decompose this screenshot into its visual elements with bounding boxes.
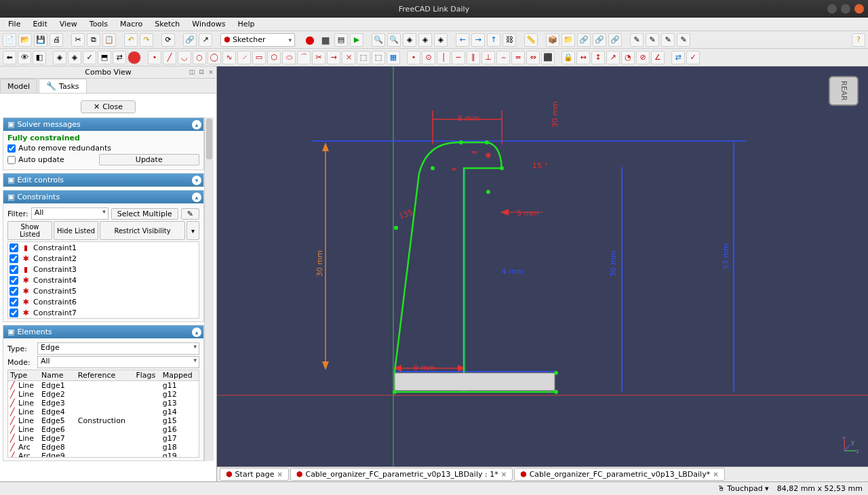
constraint-item[interactable]: ▮Constraint3	[8, 264, 199, 275]
link-make-icon[interactable]: 🔗	[577, 33, 591, 47]
toggle-driving-icon[interactable]: ⇄	[671, 51, 685, 64]
sketch-new-icon[interactable]: ✎	[630, 33, 644, 47]
sketch-reorient-icon[interactable]: ✎	[677, 33, 690, 47]
table-row[interactable]: ╱ArcEdge9g19	[8, 452, 199, 458]
redo-icon[interactable]: ↷	[140, 33, 153, 47]
refresh-icon[interactable]: ⟳	[161, 33, 175, 47]
new-icon[interactable]: 📄	[3, 33, 16, 47]
edit-controls-header[interactable]: ▣ Edit controls▾	[3, 174, 203, 186]
parallel-icon[interactable]: ∥	[467, 51, 480, 64]
lock-icon[interactable]: 🔒	[561, 51, 575, 64]
open-icon[interactable]: 📂	[18, 33, 32, 47]
auto-remove-checkbox[interactable]: Auto remove redundants	[7, 144, 199, 153]
elements-table[interactable]: Type Name Reference Flags Mapped ╱LineEd…	[8, 370, 199, 458]
constraint-item[interactable]: ✱Constraint7	[8, 307, 199, 318]
arrow-icon[interactable]: ↗	[199, 33, 212, 47]
sketch-map-icon[interactable]: ✎	[661, 33, 675, 47]
menu-macro[interactable]: Macro	[115, 18, 148, 30]
view-iso-icon[interactable]: ◈	[403, 33, 416, 47]
coincident-icon[interactable]: •	[407, 51, 420, 64]
panel-close-icon[interactable]: ×	[207, 68, 215, 77]
solver-header[interactable]: ▣ Solver messages▴	[3, 118, 203, 131]
filter-select[interactable]: All	[31, 207, 108, 220]
constraint-item[interactable]: ✱Constraint5	[8, 285, 199, 296]
tangent-icon[interactable]: ⌢	[496, 51, 510, 64]
close-icon[interactable]	[854, 4, 864, 14]
constraint-item[interactable]: ▮Constraint1	[8, 242, 199, 253]
mode-select[interactable]: All	[37, 356, 199, 368]
panel-float-icon[interactable]: ◫	[188, 68, 196, 77]
constraints-header[interactable]: ▣ Constraints▴	[3, 191, 203, 203]
tab-close-icon[interactable]: ×	[277, 471, 282, 478]
restrict-dropdown[interactable]: ▾	[186, 221, 199, 240]
restrict-visibility-button[interactable]: Restrict Visibility	[100, 221, 185, 240]
view-top-icon[interactable]: ◈	[434, 33, 448, 47]
polyline-icon[interactable]: ⟋	[237, 51, 251, 64]
whatsthis-icon[interactable]: ?	[852, 33, 865, 47]
minimize-icon[interactable]	[827, 4, 837, 14]
tab-model[interactable]: Model	[0, 79, 37, 93]
dist-h-icon[interactable]: ↔	[576, 51, 590, 64]
polygon-icon[interactable]: ⬡	[267, 51, 281, 64]
zoom-icon[interactable]: 🔍	[387, 33, 401, 47]
dist-v-icon[interactable]: ↕	[591, 51, 605, 64]
reorient-icon[interactable]: ◈	[68, 51, 81, 64]
activate-icon[interactable]: ✓	[686, 51, 700, 64]
circle-icon[interactable]: ○	[193, 51, 206, 64]
table-row[interactable]: ╱LineEdge6g16	[8, 425, 199, 434]
slot-icon[interactable]: ⬭	[282, 51, 296, 64]
filter-settings-button[interactable]: ✎	[181, 208, 199, 220]
validate-icon[interactable]: ✓	[83, 51, 96, 64]
menu-view[interactable]: View	[54, 18, 83, 30]
type-select[interactable]: Edge	[37, 342, 199, 355]
block-icon[interactable]: ⬛	[541, 51, 555, 64]
pointon-icon[interactable]: ⊙	[422, 51, 435, 64]
tab-close-icon[interactable]: ×	[501, 471, 507, 478]
constraints-list[interactable]: ▮Constraint1 ✱Constraint2 ▮Constraint3 ✱…	[7, 241, 199, 319]
nav-style[interactable]: 🖱 Touchpad ▾	[717, 484, 769, 493]
fillet-icon[interactable]: ⌒	[297, 51, 311, 64]
symmetric-icon[interactable]: ⇔	[526, 51, 540, 64]
nav-right-icon[interactable]: →	[471, 33, 485, 47]
measure-icon[interactable]: 📏	[524, 33, 538, 47]
mirror-icon[interactable]: ⇄	[113, 51, 126, 64]
map-sketch-icon[interactable]: ◈	[53, 51, 66, 64]
show-listed-button[interactable]: Show Listed	[7, 221, 52, 240]
menu-windows[interactable]: Windows	[186, 18, 231, 30]
radius-icon[interactable]: ◔	[621, 51, 635, 64]
panel-pin-icon[interactable]: ⊡	[197, 68, 205, 77]
point-icon[interactable]: •	[148, 51, 161, 64]
merge-icon[interactable]: ⬒	[98, 51, 111, 64]
part-icon[interactable]: 📦	[546, 33, 559, 47]
diameter-icon[interactable]: ⊘	[636, 51, 650, 64]
menu-sketch[interactable]: Sketch	[149, 18, 185, 30]
vertical-icon[interactable]: │	[437, 51, 450, 64]
conic-icon[interactable]: ◯	[208, 51, 221, 64]
select-multiple-button[interactable]: Select Multiple	[111, 208, 178, 220]
menu-tools[interactable]: Tools	[84, 18, 113, 30]
view-sketch-icon[interactable]: 👁	[18, 51, 31, 64]
bspline-icon[interactable]: ∿	[222, 51, 236, 64]
split-icon[interactable]: ⤫	[342, 51, 355, 64]
dist-icon[interactable]: ↗	[606, 51, 620, 64]
horizontal-icon[interactable]: ─	[452, 51, 465, 64]
link-replace-icon[interactable]: 🔗	[608, 33, 622, 47]
table-row[interactable]: ╱ArcEdge8g18	[8, 443, 199, 452]
file-tab[interactable]: ⬢Cable_organizer_FC_parametric_v0p13_LBD…	[514, 468, 725, 481]
nav-left-icon[interactable]: ←	[456, 33, 469, 47]
menu-file[interactable]: File	[3, 18, 26, 30]
paste-icon[interactable]: 📋	[102, 33, 116, 47]
constraint-item[interactable]: ✱Constraint2	[8, 253, 199, 264]
menu-help[interactable]: Help	[232, 18, 260, 30]
workbench-selector[interactable]: ⬢ Sketcher	[220, 33, 295, 47]
stop-icon[interactable]: ■	[319, 33, 332, 47]
maximize-icon[interactable]	[841, 4, 850, 14]
table-row[interactable]: ╱LineEdge3g13	[8, 399, 199, 408]
copy-icon[interactable]: ⧉	[87, 33, 100, 47]
auto-update-checkbox[interactable]: Auto update	[7, 155, 96, 164]
link-icon[interactable]: 🔗	[183, 33, 197, 47]
update-button[interactable]: Update	[99, 154, 200, 165]
link-sub-icon[interactable]: 🔗	[593, 33, 606, 47]
leave-sketch-icon[interactable]: ⬅	[3, 51, 16, 64]
file-tab[interactable]: ⬢Start page×	[220, 468, 289, 481]
